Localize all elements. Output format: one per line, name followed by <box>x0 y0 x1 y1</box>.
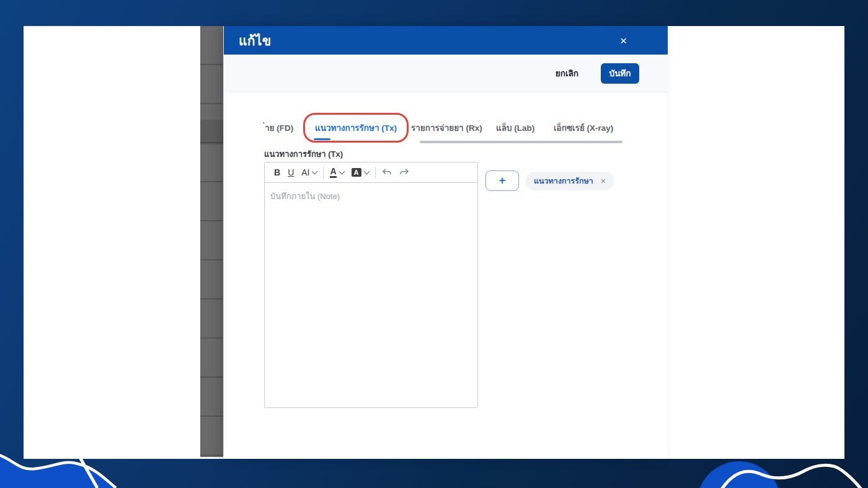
close-icon[interactable]: × <box>616 34 631 47</box>
red-annotation-highlight <box>303 113 409 143</box>
tab-strip-scrollbar[interactable] <box>420 141 622 143</box>
modal-actions-row: ยกเลิก บันทึก <box>224 55 668 92</box>
editor-toolbar: B U AI A A <box>265 162 477 183</box>
undo-icon <box>382 168 392 177</box>
edit-modal: แก้ไข × ยกเลิก บันทึก ่าย (FD) แนวทางการ… <box>224 26 668 459</box>
modal-title: แก้ไข <box>239 30 271 51</box>
tab-lab[interactable]: แล็บ (Lab) <box>496 121 534 135</box>
redo-button[interactable] <box>396 162 413 182</box>
chip-label: แนวทางการรักษา <box>534 175 593 187</box>
highlight-color-button[interactable]: A <box>348 162 373 182</box>
app-page: แก้ไข × ยกเลิก บันทึก ่าย (FD) แนวทางการ… <box>24 26 844 459</box>
chevron-down-icon <box>363 168 370 174</box>
font-size-button[interactable]: AI <box>298 162 321 182</box>
tab-xray[interactable]: เอ็กซเรย์ (X-ray) <box>554 121 613 135</box>
chevron-down-icon <box>312 168 318 174</box>
undo-button[interactable] <box>378 162 396 182</box>
font-size-icon: AI <box>301 167 309 177</box>
cancel-button[interactable]: ยกเลิก <box>552 66 582 81</box>
tab-fd[interactable]: ่าย (FD) <box>265 121 293 135</box>
toolbar-divider <box>375 167 376 179</box>
treatment-chip[interactable]: แนวทางการรักษา × <box>525 172 614 190</box>
chevron-down-icon <box>339 168 345 174</box>
underline-icon: U <box>288 167 294 177</box>
highlight-color-icon: A <box>352 168 361 177</box>
text-color-icon: A <box>330 167 336 178</box>
section-label: แนวทางการรักษา (Tx) <box>264 148 343 161</box>
modal-header: แก้ไข × <box>224 26 668 55</box>
note-input[interactable]: บันทึกภายใน (Note) <box>265 183 477 407</box>
background-table-column <box>200 26 223 457</box>
background-table-rows <box>200 26 223 457</box>
underline-button[interactable]: U <box>284 162 298 182</box>
chip-remove-icon[interactable]: × <box>601 177 606 185</box>
bold-icon: B <box>274 167 280 177</box>
bold-button[interactable]: B <box>270 162 284 182</box>
tab-rx[interactable]: รายการจ่ายยา (Rx) <box>411 121 482 135</box>
text-color-button[interactable]: A <box>326 162 347 182</box>
note-editor: B U AI A A บันทึกภายใน (Note) <box>264 162 478 408</box>
add-button[interactable]: + <box>485 171 519 191</box>
toolbar-divider <box>323 167 324 179</box>
save-button[interactable]: บันทึก <box>601 63 639 84</box>
redo-icon <box>399 168 409 177</box>
